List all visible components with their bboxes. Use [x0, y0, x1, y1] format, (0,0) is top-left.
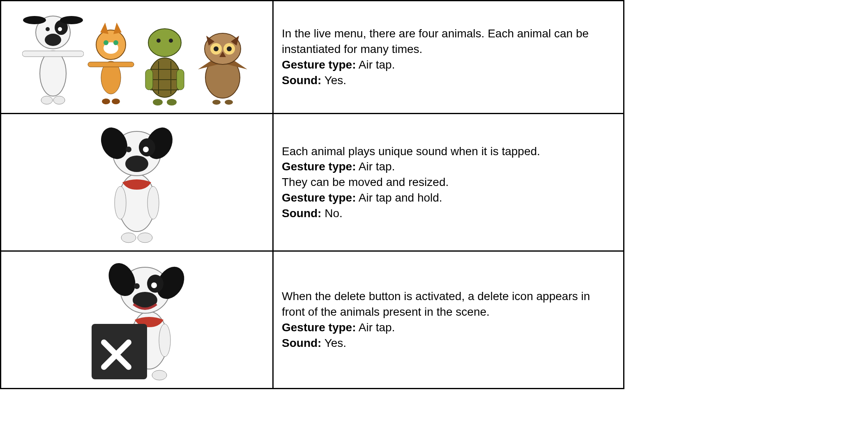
svg-rect-1	[22, 51, 84, 57]
svg-point-33	[205, 33, 241, 64]
svg-point-24	[157, 39, 161, 43]
svg-point-53	[121, 233, 136, 243]
svg-rect-28	[177, 69, 184, 90]
svg-rect-27	[145, 69, 153, 90]
svg-point-54	[138, 233, 152, 243]
dog-icon	[22, 8, 84, 106]
svg-point-21	[149, 58, 180, 97]
cat-icon	[86, 20, 136, 106]
svg-point-39	[227, 46, 232, 51]
svg-point-4	[23, 16, 46, 24]
svg-point-51	[143, 147, 149, 152]
svg-point-8	[58, 27, 62, 31]
svg-point-9	[41, 96, 53, 104]
text-line: Sound: No.	[282, 206, 615, 221]
dog-standing-icon	[92, 121, 182, 244]
dog-with-delete-icon	[79, 258, 194, 381]
svg-point-0	[40, 51, 66, 96]
text-line: Sound: Yes.	[282, 335, 615, 351]
row3-text-cell: When the delete button is activated, a d…	[273, 251, 624, 389]
svg-point-10	[53, 96, 65, 104]
svg-point-7	[46, 27, 50, 31]
svg-point-17	[104, 40, 108, 45]
text-line: Gesture type: Air tap.	[282, 320, 615, 335]
svg-point-26	[169, 39, 173, 43]
text-line: Gesture type: Air tap.	[282, 159, 615, 174]
svg-point-19	[102, 99, 110, 104]
svg-point-6	[45, 34, 61, 46]
svg-point-41	[212, 100, 221, 105]
row2-image-cell	[1, 114, 273, 251]
svg-point-37	[214, 46, 219, 51]
svg-rect-12	[88, 62, 134, 67]
svg-marker-14	[100, 23, 108, 34]
owl-icon	[194, 24, 251, 106]
feature-table: In the live menu, there are four animals…	[0, 0, 624, 389]
text-line: They can be moved and resized.	[282, 174, 615, 190]
svg-point-42	[225, 100, 233, 105]
svg-point-29	[153, 99, 163, 106]
row1-text-cell: In the live menu, there are four animals…	[273, 1, 624, 114]
row3-image-cell	[1, 251, 273, 389]
text-line: In the live menu, there are four animals…	[282, 26, 615, 57]
svg-point-56	[159, 324, 170, 357]
svg-point-62	[151, 282, 157, 288]
text-line: Each animal plays unique sound when it i…	[282, 144, 615, 159]
text-line: Gesture type: Air tap.	[282, 57, 615, 73]
svg-point-61	[134, 283, 140, 289]
turtle-icon	[138, 20, 191, 106]
svg-point-30	[167, 99, 177, 106]
svg-point-45	[147, 186, 159, 219]
svg-point-64	[152, 370, 167, 380]
svg-point-44	[115, 186, 126, 219]
svg-point-18	[113, 40, 118, 45]
row2-text-cell: Each animal plays unique sound when it i…	[273, 114, 624, 251]
svg-point-50	[126, 147, 131, 152]
svg-point-52	[125, 156, 148, 172]
animal-lineup	[9, 8, 264, 106]
text-line: Sound: Yes.	[282, 73, 615, 88]
svg-marker-15	[113, 23, 122, 34]
svg-point-5	[60, 16, 83, 24]
row1-image-cell	[1, 1, 273, 114]
table-row: Each animal plays unique sound when it i…	[1, 114, 624, 251]
table-row: In the live menu, there are four animals…	[1, 1, 624, 114]
text-line: Gesture type: Air tap and hold.	[282, 190, 615, 206]
svg-point-20	[112, 99, 120, 104]
table-row: When the delete button is activated, a d…	[1, 251, 624, 389]
text-line: When the delete button is activated, a d…	[282, 289, 615, 320]
svg-point-22	[148, 29, 181, 57]
